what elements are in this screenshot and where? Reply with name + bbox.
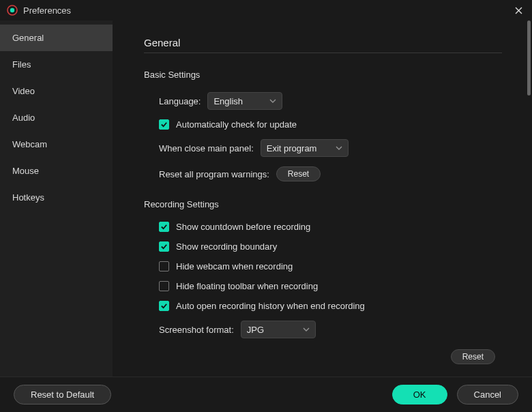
recording-settings-heading: Recording Settings [144, 199, 502, 209]
sidebar-item-hotkeys[interactable]: Hotkeys [0, 184, 113, 211]
content: General Basic Settings Language: English… [113, 20, 527, 377]
reset-warnings-button[interactable]: Reset [276, 166, 321, 181]
close-panel-label: When close main panel: [159, 143, 254, 153]
body: General Files Video Audio Webcam Mouse H… [0, 20, 532, 377]
basic-settings-section: Basic Settings Language: English Automat… [144, 70, 502, 181]
ok-button[interactable]: OK [392, 385, 447, 404]
sidebar-item-audio[interactable]: Audio [0, 104, 113, 131]
language-value: English [213, 96, 243, 106]
recording-settings-section: Recording Settings Show countdown before… [144, 199, 502, 364]
svg-point-1 [10, 8, 14, 12]
sidebar-item-files[interactable]: Files [0, 51, 113, 78]
app-icon [7, 5, 18, 16]
show-countdown-label: Show countdown before recording [176, 222, 310, 232]
sidebar-item-mouse[interactable]: Mouse [0, 158, 113, 184]
content-wrap: General Basic Settings Language: English… [113, 20, 532, 377]
scrollbar[interactable] [527, 20, 532, 377]
scrollbar-thumb[interactable] [527, 20, 531, 95]
screenshot-format-row: Screenshot format: JPG [159, 321, 502, 338]
screenshot-format-value: JPG [247, 325, 264, 335]
sidebar-item-label: Mouse [12, 166, 39, 176]
screenshot-format-select[interactable]: JPG [241, 321, 316, 338]
hide-toolbar-row: Hide floating toolbar when recording [159, 281, 502, 291]
language-select[interactable]: English [207, 92, 282, 110]
titlebar: Preferences [0, 0, 532, 20]
basic-settings-heading: Basic Settings [144, 70, 502, 80]
hide-toolbar-label: Hide floating toolbar when recording [176, 281, 318, 291]
show-countdown-row: Show countdown before recording [159, 222, 502, 232]
language-row: Language: English [159, 92, 502, 110]
close-panel-select[interactable]: Exit program [261, 139, 349, 157]
language-label: Language: [159, 96, 201, 106]
chevron-down-icon [326, 143, 342, 153]
chevron-down-icon [260, 96, 276, 106]
auto-update-checkbox[interactable] [159, 119, 169, 130]
sidebar-item-label: Webcam [12, 139, 47, 149]
show-boundary-label: Show recording boundary [176, 241, 277, 252]
page-title: General [144, 37, 502, 53]
reset-warnings-row: Reset all program warnings: Reset [159, 166, 502, 181]
reset-warnings-label: Reset all program warnings: [159, 169, 269, 179]
screenshot-format-label: Screenshot format: [159, 325, 234, 335]
sidebar-item-label: Hotkeys [12, 192, 44, 203]
sidebar-item-label: General [12, 33, 44, 43]
show-boundary-checkbox[interactable] [159, 241, 169, 252]
sidebar-item-general[interactable]: General [0, 25, 113, 51]
close-panel-value: Exit program [267, 143, 317, 153]
sidebar-item-label: Files [12, 59, 31, 70]
show-boundary-row: Show recording boundary [159, 241, 502, 252]
sidebar-item-webcam[interactable]: Webcam [0, 131, 113, 158]
hide-webcam-checkbox[interactable] [159, 261, 169, 271]
auto-open-history-label: Auto open recording history when end rec… [176, 301, 365, 311]
sidebar-item-label: Audio [12, 113, 35, 123]
auto-update-row: Automatically check for update [159, 119, 502, 130]
recording-reset-button[interactable]: Reset [451, 349, 495, 364]
sidebar-item-video[interactable]: Video [0, 78, 113, 104]
auto-open-history-row: Auto open recording history when end rec… [159, 301, 502, 311]
close-button[interactable] [512, 3, 525, 17]
hide-toolbar-checkbox[interactable] [159, 281, 169, 291]
reset-to-default-button[interactable]: Reset to Default [14, 385, 111, 404]
chevron-down-icon [293, 325, 310, 335]
footer: Reset to Default OK Cancel [0, 377, 532, 412]
hide-webcam-row: Hide webcam when recording [159, 261, 502, 271]
auto-update-label: Automatically check for update [176, 119, 297, 130]
cancel-button[interactable]: Cancel [457, 385, 518, 404]
hide-webcam-label: Hide webcam when recording [176, 261, 293, 271]
show-countdown-checkbox[interactable] [159, 222, 169, 232]
close-panel-row: When close main panel: Exit program [159, 139, 502, 157]
sidebar: General Files Video Audio Webcam Mouse H… [0, 20, 113, 377]
window-title: Preferences [23, 5, 71, 16]
sidebar-item-label: Video [12, 86, 35, 96]
auto-open-history-checkbox[interactable] [159, 301, 169, 311]
section-reset-row: Reset [144, 349, 502, 364]
